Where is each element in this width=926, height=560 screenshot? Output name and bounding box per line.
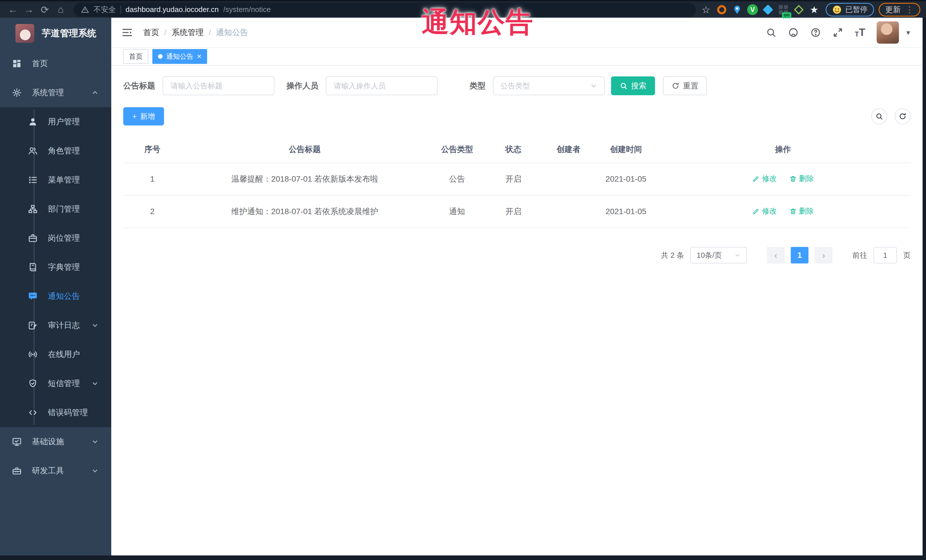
browser-back-icon[interactable]: ← <box>6 4 20 15</box>
extension-kite-icon[interactable] <box>792 3 806 17</box>
prev-page-button[interactable]: ‹ <box>767 247 784 263</box>
title-filter-input[interactable] <box>163 76 274 95</box>
browser-home-icon[interactable]: ⌂ <box>54 4 68 15</box>
address-bar[interactable]: 不安全 dashboard.yudao.iocoder.cn /system/n… <box>74 3 696 17</box>
tab-notice[interactable]: 通知公告 × <box>152 49 207 64</box>
chrome-update-button[interactable]: 更新 ⋮ <box>879 3 920 17</box>
help-icon[interactable] <box>810 27 821 38</box>
bookmark-star-icon[interactable]: ☆ <box>702 4 710 15</box>
sidebar-item-roles[interactable]: 角色管理 <box>0 136 111 165</box>
sidebar-item-sms[interactable]: 短信管理 <box>0 369 111 398</box>
url-host: dashboard.yudao.iocoder.cn <box>126 5 219 14</box>
plus-icon: + <box>132 112 137 121</box>
delete-button[interactable]: 删除 <box>789 174 814 184</box>
security-label[interactable]: 不安全 <box>94 5 116 15</box>
kebab-menu-icon[interactable]: ⋮ <box>905 5 914 15</box>
edit-form-icon <box>28 320 38 330</box>
sidebar-item-audit-log[interactable]: 审计日志 <box>0 311 111 340</box>
sidebar-item-online-users[interactable]: 在线用户 <box>0 340 111 369</box>
app-title: 芋道管理系统 <box>42 27 97 40</box>
search-icon <box>875 112 883 120</box>
org-tree-icon <box>28 204 38 214</box>
breadcrumb-home[interactable]: 首页 <box>143 27 159 38</box>
extension-on-badge: on <box>782 12 791 18</box>
pencil-icon <box>752 208 760 215</box>
delete-button[interactable]: 删除 <box>789 206 814 216</box>
cell-type: 公告 <box>428 163 486 195</box>
main-area: 首页 / 系统管理 / 通知公告 TT ▾ 首页 <box>111 18 923 555</box>
cell-actions: 修改 删除 <box>655 163 911 195</box>
sidebar-item-posts[interactable]: 岗位管理 <box>0 223 111 253</box>
breadcrumb: 首页 / 系统管理 / 通知公告 <box>143 27 248 38</box>
chevron-down-icon[interactable]: ▾ <box>906 28 910 37</box>
cell-title: 维护通知：2018-07-01 若依系统凌晨维护 <box>182 195 428 228</box>
cell-created: 2021-01-05 <box>596 163 655 195</box>
goto-label: 前往 <box>852 251 867 260</box>
reset-button[interactable]: 重置 <box>663 76 707 95</box>
github-icon[interactable] <box>788 27 799 38</box>
menu-list-icon <box>28 175 38 185</box>
sidebar-item-home[interactable]: 首页 <box>0 49 111 78</box>
browser-reload-icon[interactable]: ⟳ <box>38 4 52 15</box>
sidebar-logo-row[interactable]: 芋道管理系统 <box>0 18 111 49</box>
sidebar-item-departments[interactable]: 部门管理 <box>0 195 111 223</box>
extension-diamond-icon[interactable] <box>761 3 775 17</box>
page-1-button[interactable]: 1 <box>791 247 808 263</box>
sidebar-item-dev-tools[interactable]: 研发工具 <box>0 456 111 485</box>
tags-bar: 首页 通知公告 × <box>111 48 923 66</box>
refresh-icon <box>672 82 679 90</box>
pencil-icon <box>752 175 760 183</box>
operator-filter-input[interactable] <box>326 76 437 95</box>
table-header-row: 序号 公告标题 公告类型 状态 创建者 创建时间 操作 <box>123 136 911 163</box>
extension-green-circle-icon[interactable]: V <box>746 3 760 17</box>
toggle-search-button[interactable] <box>871 108 887 124</box>
add-button[interactable]: + 新增 <box>123 107 164 125</box>
avatar[interactable] <box>877 21 899 44</box>
refresh-icon <box>899 112 906 120</box>
dashboard-icon <box>12 59 22 68</box>
refresh-table-button[interactable] <box>895 108 911 124</box>
toolbox-icon <box>12 466 22 475</box>
page-size-select[interactable]: 10条/页 <box>690 247 747 263</box>
sidebar-item-infrastructure[interactable]: 基础设施 <box>0 427 111 456</box>
profile-paused-badge[interactable]: 已暂停 <box>826 3 874 17</box>
search-icon[interactable] <box>766 27 776 38</box>
font-size-icon[interactable]: TT <box>855 27 865 38</box>
fullscreen-icon[interactable] <box>832 27 843 38</box>
sidebar-item-users[interactable]: 用户管理 <box>0 107 111 136</box>
cell-status: 开启 <box>486 195 540 228</box>
goto-page-input[interactable] <box>873 247 897 263</box>
warning-icon <box>81 6 89 14</box>
sidebar-item-menus[interactable]: 菜单管理 <box>0 165 111 195</box>
breadcrumb-separator: / <box>209 28 211 37</box>
close-icon[interactable]: × <box>197 53 201 60</box>
browser-forward-icon[interactable]: → <box>22 4 36 15</box>
extension-orange-ring-icon[interactable] <box>715 3 729 17</box>
cell-creator <box>540 163 596 195</box>
col-type: 公告类型 <box>428 136 486 163</box>
cell-status: 开启 <box>486 163 540 195</box>
url-path: /system/notice <box>223 5 688 14</box>
breadcrumb-system[interactable]: 系统管理 <box>172 27 204 38</box>
sidebar-item-error-codes[interactable]: 错误码管理 <box>0 398 111 427</box>
sidebar-item-notice[interactable]: 通知公告 <box>0 282 111 311</box>
col-actions: 操作 <box>655 136 911 163</box>
edit-button[interactable]: 修改 <box>752 206 777 216</box>
sidebar-item-system[interactable]: 系统管理 <box>0 78 111 107</box>
cell-index: 1 <box>123 163 182 195</box>
extension-grid-icon[interactable]: on <box>776 3 790 17</box>
next-page-button[interactable]: › <box>815 247 832 263</box>
tab-home[interactable]: 首页 <box>123 49 148 64</box>
cell-type: 通知 <box>428 195 486 228</box>
hamburger-icon[interactable] <box>121 27 133 38</box>
edit-button[interactable]: 修改 <box>752 174 777 184</box>
sidebar-item-dict[interactable]: 字典管理 <box>0 253 111 282</box>
extension-pin-icon[interactable] <box>730 3 744 17</box>
filter-form: 公告标题 操作人员 类型 公告类型 搜索 重置 <box>123 76 911 95</box>
page-content: 公告标题 操作人员 类型 公告类型 搜索 重置 <box>111 66 923 555</box>
notice-table: 序号 公告标题 公告类型 状态 创建者 创建时间 操作 1 温馨提醒：2018-… <box>123 136 911 228</box>
trash-icon <box>789 208 797 215</box>
extension-flower-icon[interactable]: ★ <box>807 3 821 17</box>
search-button[interactable]: 搜索 <box>611 76 655 95</box>
type-select[interactable]: 公告类型 <box>493 76 605 95</box>
